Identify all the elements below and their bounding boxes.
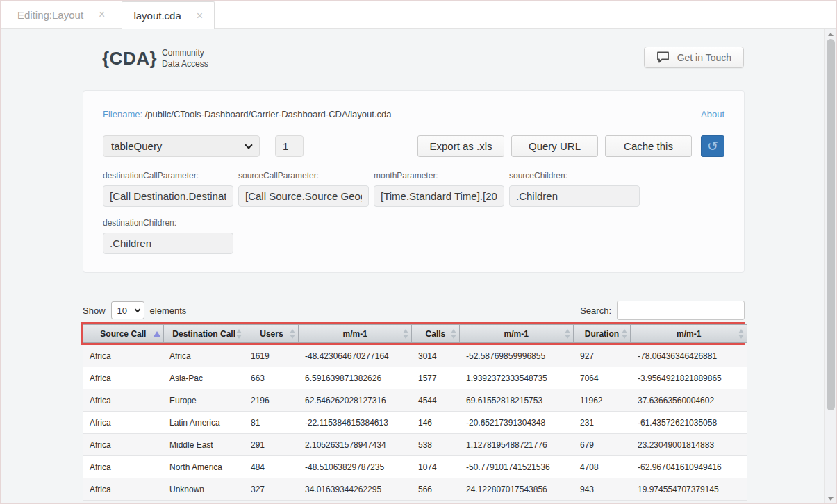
- parameter-field: destinationCallParameter:: [103, 171, 233, 207]
- column-header-calls[interactable]: Calls: [411, 325, 459, 342]
- column-header-users[interactable]: Users: [245, 325, 299, 342]
- source-call-parameter-input[interactable]: [238, 185, 369, 207]
- cell-mm1-duration: 19.974554707379145: [631, 478, 747, 500]
- sort-icon: [403, 329, 408, 339]
- file-info-row: About Filename: /public/CTools-Dashboard…: [103, 109, 724, 121]
- column-header-source-call[interactable]: Source Call: [83, 325, 163, 342]
- scroll-up-icon[interactable]: [828, 33, 834, 36]
- column-label: Destination Call: [172, 329, 235, 339]
- cell-mm1-duration: -78.06436346426881: [631, 345, 747, 367]
- cell-calls: 4544: [411, 389, 459, 411]
- table-row[interactable]: Africa Europe 2196 62.546262028127316 45…: [83, 389, 747, 412]
- cell-destination-call: North America: [163, 456, 244, 478]
- cache-this-button[interactable]: Cache this: [605, 135, 692, 157]
- column-header-mm1-users[interactable]: m/m-1: [298, 325, 411, 342]
- table-row[interactable]: Africa Africa 1619 -48.423064670277164 3…: [83, 345, 747, 367]
- source-children-input[interactable]: [509, 185, 640, 207]
- cell-mm1-users: -48.423064670277164: [298, 345, 411, 367]
- column-header-destination-call[interactable]: Destination Call: [163, 325, 245, 342]
- parameter-field: sourceCallParameter:: [238, 171, 369, 207]
- show-label: Show: [83, 305, 106, 316]
- column-label: m/m-1: [343, 329, 367, 339]
- cell-source-call: Africa: [83, 389, 163, 411]
- tab-layout-cda[interactable]: layout.cda ×: [122, 1, 215, 29]
- query-select[interactable]: tableQuery: [103, 135, 260, 157]
- cell-mm1-users: 6.591639871382626: [298, 367, 411, 389]
- cell-mm1-duration: -61.43572621035058: [631, 412, 747, 433]
- tab-bar: Editing:Layout × layout.cda ×: [1, 1, 836, 29]
- cell-mm1-duration: 23.23049001814883: [631, 434, 747, 455]
- cda-logo-text: Community Data Access: [162, 48, 208, 69]
- page-size-select[interactable]: 10: [111, 301, 144, 319]
- cell-users: 291: [244, 434, 298, 455]
- cell-users: 484: [244, 456, 298, 478]
- cell-duration: 927: [573, 345, 631, 367]
- destination-children-input[interactable]: [103, 233, 233, 254]
- main-content: {CDA} Community Data Access Get in Touch…: [1, 29, 836, 504]
- tab-label: Editing:Layout: [17, 9, 83, 21]
- sort-icon: [738, 329, 744, 339]
- cell-source-call: Africa: [83, 456, 163, 478]
- cell-calls: 3014: [411, 345, 459, 367]
- logo-line2: Data Access: [162, 59, 208, 70]
- filename-path: /public/CTools-Dashboard/Carrier-Dashboa…: [142, 109, 391, 119]
- refresh-button[interactable]: ↺: [701, 135, 724, 157]
- parameter-label: destinationCallParameter:: [103, 171, 233, 180]
- query-panel: About Filename: /public/CTools-Dashboard…: [83, 90, 745, 273]
- cell-mm1-users: 34.01639344262295: [298, 478, 411, 500]
- column-header-mm1-duration[interactable]: m/m-1: [630, 325, 747, 342]
- close-icon[interactable]: ×: [197, 10, 203, 22]
- sort-icon: [290, 329, 295, 339]
- cell-source-call: Africa: [83, 434, 163, 455]
- column-label: m/m-1: [677, 329, 701, 339]
- cell-mm1-calls: 69.61552818215753: [459, 389, 573, 411]
- table-row[interactable]: Africa Asia-Pac 663 6.591639871382626 15…: [83, 367, 747, 389]
- table-row[interactable]: Africa Unknown 327 34.01639344262295 566…: [83, 478, 747, 501]
- table-row[interactable]: Africa Latin America 81 -22.115384615384…: [83, 412, 747, 434]
- column-header-mm1-calls[interactable]: m/m-1: [459, 325, 573, 342]
- output-index-input[interactable]: [275, 135, 304, 157]
- parameter-field: monthParameter:: [374, 171, 504, 207]
- cell-duration: 231: [573, 412, 631, 433]
- query-select-element[interactable]: tableQuery: [103, 135, 260, 157]
- vertical-scrollbar[interactable]: [824, 29, 836, 504]
- table-row[interactable]: Africa North America 484 -48.51063829787…: [83, 456, 747, 478]
- column-label: Calls: [426, 329, 446, 339]
- scroll-down-icon[interactable]: [828, 497, 834, 501]
- table-row[interactable]: Africa Middle East 291 2.105263157894743…: [83, 434, 747, 456]
- cell-users: 2196: [244, 389, 298, 411]
- page-header: {CDA} Community Data Access Get in Touch: [83, 47, 745, 74]
- cell-users: 663: [244, 367, 298, 389]
- page-size-select-element[interactable]: 10: [111, 301, 144, 319]
- parameter-row-1: destinationCallParameter: sourceCallPara…: [103, 171, 724, 207]
- table-body: Africa Africa 1619 -48.423064670277164 3…: [83, 345, 747, 501]
- table-controls: Show 10 elements Search:: [83, 301, 745, 320]
- parameter-label: destinationChildren:: [103, 218, 233, 228]
- parameter-row-2: destinationChildren:: [103, 218, 724, 254]
- elements-label: elements: [150, 305, 187, 316]
- month-parameter-input[interactable]: [374, 185, 504, 207]
- tab-editing-layout[interactable]: Editing:Layout ×: [6, 1, 116, 28]
- cell-calls: 538: [411, 434, 459, 455]
- close-icon[interactable]: ×: [99, 9, 105, 20]
- cell-destination-call: Middle East: [163, 434, 244, 455]
- get-in-touch-button[interactable]: Get in Touch: [644, 47, 744, 68]
- cell-calls: 1577: [411, 367, 459, 389]
- about-link[interactable]: About: [701, 109, 724, 119]
- destination-call-parameter-input[interactable]: [103, 185, 233, 207]
- query-url-button[interactable]: Query URL: [511, 135, 598, 157]
- cell-source-call: Africa: [83, 412, 163, 433]
- cda-logo: {CDA} Community Data Access: [102, 48, 208, 69]
- cell-mm1-duration: -3.9564921821889865: [631, 367, 747, 389]
- cell-users: 327: [244, 478, 298, 500]
- cell-mm1-users: -22.115384615384613: [298, 412, 411, 433]
- export-xls-button[interactable]: Export as .xls: [417, 135, 504, 157]
- chat-bubble-icon: [656, 51, 670, 63]
- cell-destination-call: Africa: [163, 345, 244, 367]
- search-input[interactable]: [617, 301, 745, 320]
- column-header-duration[interactable]: Duration: [573, 325, 631, 342]
- scrollbar-thumb[interactable]: [827, 39, 835, 410]
- cda-logo-mark: {CDA}: [102, 48, 157, 69]
- cell-mm1-users: -48.51063829787235: [298, 456, 411, 478]
- cell-mm1-calls: 1.1278195488721776: [459, 434, 573, 455]
